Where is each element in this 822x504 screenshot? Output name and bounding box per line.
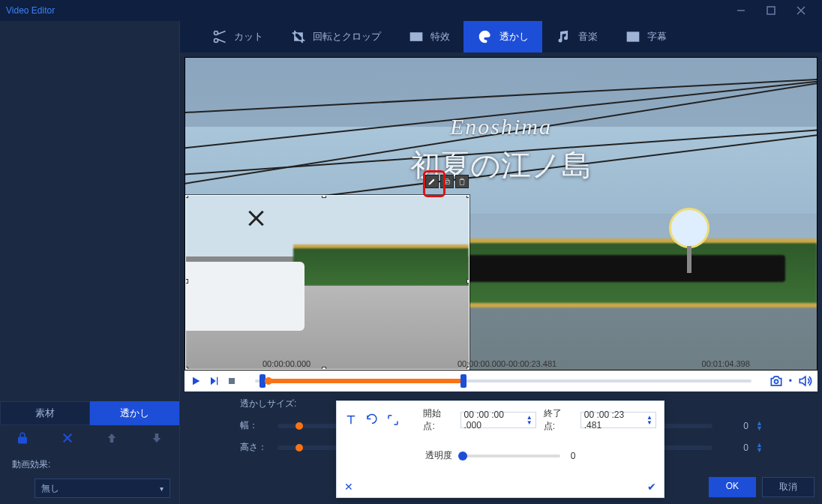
section-video-effect: 動画効果: [0,451,179,478]
resize-handle[interactable] [322,195,326,198]
tab-rotate-crop[interactable]: 回転とクロップ [277,21,394,52]
opacity-label: 透明度 [425,449,452,462]
tab-label: カット [234,30,263,44]
resize-handle[interactable] [322,367,326,370]
arrow-down-icon[interactable] [150,431,164,445]
scissors-icon [212,28,228,45]
minimize-button[interactable] [726,0,756,21]
traffic-mirror [669,208,710,248]
overlay-mini-toolbar [425,175,469,188]
playhead[interactable] [265,377,272,385]
opacity-value: 0 [571,451,576,461]
svg-rect-0 [767,7,775,14]
tab-cut[interactable]: カット [198,21,277,52]
width-label: 幅： [240,419,270,432]
height-label: 高さ： [240,441,270,454]
tc-start-label: 00:00:00.000 [262,359,310,368]
maximize-button[interactable] [756,0,786,21]
start-time-stepper[interactable]: ▲▼ [526,415,532,425]
tab-material[interactable]: 素材 [0,401,90,425]
svg-rect-5 [229,378,235,384]
height-stepper[interactable]: ▲▼ [756,442,765,453]
action-row [0,425,179,451]
tab-label: 回転とクロップ [313,30,381,44]
subtitle-icon [625,28,641,45]
text-tool-icon[interactable] [344,413,358,427]
svg-rect-3 [445,179,448,183]
film-icon [408,28,424,45]
divider-dot: • [789,376,792,386]
palette-icon [477,28,494,45]
opacity-slider[interactable] [463,454,560,458]
tab-watermark[interactable]: 透かし [90,401,180,425]
music-icon [556,28,572,45]
end-point-label: 終了点: [544,407,573,433]
app-title: Video Editor [6,5,726,16]
ok-button[interactable]: OK [709,477,756,497]
height-value: 0 [728,442,748,453]
watermark-popup: 開始点: 00 :00 :00 .000 ▲▼ 終了点: 00 :00 :23 … [336,400,664,498]
left-tabs: 素材 透かし [0,401,179,425]
play-button[interactable] [189,374,202,388]
effect-dropdown-value: 無し [41,482,59,495]
start-time-value: 00 :00 :00 .000 [464,410,524,430]
trim-handle-right[interactable] [460,374,466,388]
fullscreen-icon[interactable] [386,413,400,427]
svg-rect-4 [446,181,450,184]
overlay-title-en: Enoshima [450,114,552,140]
reset-icon[interactable] [365,413,379,427]
top-tab-bar: カット 回転とクロップ 特效 透かし 音楽 字幕 [180,21,822,52]
popup-confirm-icon[interactable]: ✔ [647,481,656,493]
selection-range[interactable] [262,379,466,383]
start-point-label: 開始点: [423,407,452,433]
picture-in-picture[interactable] [185,195,470,370]
cancel-button[interactable]: 取消 [762,477,814,497]
video-preview[interactable]: Enoshima 初夏の江ノ島 [184,57,818,370]
svg-rect-1 [411,33,422,40]
tab-label: 特效 [430,30,450,44]
train [425,238,817,308]
resize-handle[interactable] [185,279,188,284]
tab-music[interactable]: 音楽 [542,21,611,52]
duplicate-icon[interactable] [440,175,454,188]
svg-point-6 [774,380,778,383]
width-stepper[interactable]: ▲▼ [756,421,765,431]
crop-icon [290,28,307,45]
resize-handle[interactable] [185,195,188,198]
tc-total-label: 00:01:04.398 [702,359,750,368]
tab-subtitle[interactable]: 字幕 [611,21,680,52]
left-panel: 素材 透かし 動画効果: 無し [0,21,180,504]
resize-handle[interactable] [185,367,188,370]
player-controls: 00:00:00.000 00:00:00.000-00:00:23.481 0… [184,370,818,392]
title-bar: Video Editor [0,0,822,21]
edit-icon[interactable] [425,175,439,188]
step-forward-button[interactable] [207,374,220,388]
timeline-bar[interactable]: 00:00:00.000 00:00:00.000-00:00:23.481 0… [248,373,759,389]
resize-handle[interactable] [466,279,470,284]
delete-icon[interactable] [455,175,469,188]
tab-label: 透かし [500,30,529,44]
snapshot-button[interactable] [768,373,784,389]
start-time-field[interactable]: 00 :00 :00 .000 ▲▼ [460,412,536,428]
tab-label: 音楽 [578,30,598,44]
popup-cancel-icon[interactable]: ✕ [344,481,353,493]
lock-icon[interactable] [16,431,29,445]
stop-button[interactable] [225,374,238,388]
tab-watermark[interactable]: 透かし [464,21,542,52]
tab-label: 字幕 [647,30,667,44]
end-time-value: 00 :00 :23 .481 [584,410,644,430]
volume-button[interactable] [796,373,813,389]
close-button[interactable] [786,0,816,21]
effect-dropdown[interactable]: 無し [34,478,170,498]
end-time-field[interactable]: 00 :00 :23 .481 ▲▼ [580,412,656,428]
end-time-stepper[interactable]: ▲▼ [646,415,652,425]
close-x-icon[interactable] [61,431,74,445]
tab-effect[interactable]: 特效 [394,21,464,52]
resize-handle[interactable] [466,195,470,198]
crossing-sign-icon [248,210,263,225]
width-value: 0 [728,421,748,431]
tc-range-label: 00:00:00.000-00:00:23.481 [458,359,556,368]
arrow-up-icon[interactable] [105,431,118,445]
svg-rect-2 [628,32,639,41]
